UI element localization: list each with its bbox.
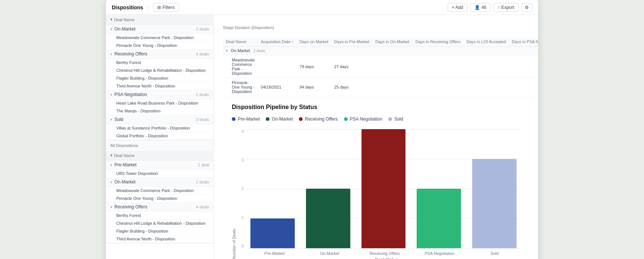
legend-item-pre-market: Pre-Market [232, 116, 260, 122]
list-item[interactable]: Global Portfolio - Disposition [106, 132, 214, 140]
y-axis-label: Number of Deals [232, 129, 236, 259]
bar-group-on-market [306, 189, 350, 248]
export-button[interactable]: ↑ Export [493, 3, 518, 12]
bar-pre-market[interactable] [250, 218, 295, 248]
y-tick-3: 3 [242, 158, 244, 162]
chevron-down-icon-2: ▾ [110, 153, 113, 158]
table-row[interactable]: Pinnacle One Young - Disposition 04/16/2… [223, 78, 538, 96]
chart-legend: Pre-Market On-Market Receiving Offers [232, 116, 520, 122]
list-item[interactable]: Pinnacle One Young - Disposition [106, 195, 214, 202]
group-header-row[interactable]: ▾ On-Market 2 deals [223, 47, 538, 55]
group-row-on-market-bottom[interactable]: ▾ On-Market 2 deals [106, 178, 214, 187]
user-count-button[interactable]: 👤 46 [470, 3, 490, 12]
bar-sold[interactable] [472, 159, 517, 248]
group-row-receiving-offers[interactable]: ▾ Receiving Offers 4 deals [106, 49, 214, 59]
list-item[interactable]: Chestnut Hill Lodge & Rehabilitation - D… [106, 220, 214, 227]
star-icon[interactable]: ☆ [146, 5, 150, 10]
table-row[interactable]: Meadowvale Commerce Park - Disposition 7… [223, 55, 538, 78]
group-row-sold[interactable]: ▾ Sold 3 deals [106, 115, 214, 124]
chevron-icon: ▾ [110, 180, 112, 184]
bar-on-market[interactable] [306, 189, 350, 248]
legend-dot-pre-market [232, 117, 236, 121]
app-container: Dispositions ☆ ⊞ Filters + Add 👤 46 ↑ Ex… [106, 0, 538, 259]
chevron-icon: ▾ [110, 205, 112, 209]
gear-icon: ⚙ [525, 5, 529, 10]
y-tick-4: 4 [242, 129, 244, 134]
list-item[interactable]: Flagler Building - Disposition [106, 74, 214, 82]
chart-body: 4 3 2 1 0 [239, 129, 520, 259]
chevron-icon: ▾ [110, 52, 112, 56]
filter-icon: ⊞ [157, 5, 161, 10]
x-label-sold: Sold [473, 251, 517, 256]
group-row-receiving-offers-bottom[interactable]: ▾ Receiving Offers 4 deals [106, 202, 214, 212]
legend-item-psa-negotiation: PSA Negotiation [344, 116, 382, 122]
cell-deal-name: Pinnacle One Young - Disposition [223, 78, 258, 96]
chevron-icon: ▾ [110, 118, 112, 122]
x-axis-title: Deal Status [239, 257, 520, 259]
list-item[interactable]: Meadowvale Commerce Park - Disposition [106, 34, 214, 42]
bar-group-receiving-offers [362, 129, 406, 248]
col-acquisition: Acquisition Date ↑ [258, 37, 297, 47]
list-item[interactable]: The Marqis - Disposition [106, 107, 214, 115]
cell-deal-name: Meadowvale Commerce Park - Disposition [223, 55, 258, 78]
top-section: ▾ Deal Name ▾ On-Market 2 deals Meadowva… [106, 15, 214, 140]
add-button[interactable]: + Add [448, 3, 467, 12]
bar-receiving-offers[interactable] [362, 129, 406, 248]
legend-dot-on-market [266, 117, 269, 121]
app-title: Dispositions [112, 4, 143, 10]
list-item[interactable]: Berthy Forest [106, 212, 214, 220]
chart-inner: 4 3 2 1 0 [239, 129, 520, 248]
x-label-receiving-offers: Receiving Offers [363, 251, 407, 256]
bar-psa-negotiation[interactable] [417, 189, 461, 248]
header-left: Dispositions ☆ ⊞ Filters [112, 3, 179, 12]
group-row-pre-market-bottom[interactable]: ▾ Pre-Market 1 deal [106, 160, 214, 170]
all-dispositions-label: All Dispositions [106, 140, 214, 151]
list-item[interactable]: Berthy Forest [106, 59, 214, 67]
settings-button[interactable]: ⚙ [521, 3, 532, 12]
chevron-down-icon: ▾ [110, 17, 113, 22]
y-axis-area: Number of Deals [232, 129, 236, 259]
list-item[interactable]: Third Avenue North - Disposition [106, 235, 214, 243]
list-item[interactable]: Heart Lake Road Business Park - Disposit… [106, 99, 214, 107]
list-item[interactable]: Chestnut Hill Lodge & Rehabilitation - D… [106, 67, 214, 74]
col-days-pre-market: Days in Pre-Market [331, 37, 372, 47]
list-item[interactable]: Villas at Sundance Portfolio - Dispositi… [106, 124, 214, 132]
data-table-area: Stage Duration (Disposition) Deal Name A… [214, 15, 538, 259]
chevron-icon: ▾ [110, 93, 112, 97]
legend-dot-receiving-offers [299, 117, 303, 121]
legend-dot-psa-negotiation [344, 117, 348, 121]
app-header: Dispositions ☆ ⊞ Filters + Add 👤 46 ↑ Ex… [106, 0, 538, 15]
user-icon: 👤 [474, 5, 480, 10]
bar-group-pre-market [250, 218, 295, 248]
col-days-receiving: Days in Receiving Offers [413, 37, 464, 47]
export-icon: ↑ [498, 5, 500, 10]
bar-group-sold [472, 159, 517, 248]
x-label-on-market: On-Market [308, 251, 352, 256]
y-tick-2: 2 [242, 186, 244, 191]
group-row-on-market[interactable]: ▾ On-Market 2 deals [106, 25, 214, 34]
x-axis-labels: Pre-Market On-Market Receiving Offers PS… [239, 248, 520, 256]
list-item[interactable]: UBS Tower Disposition [106, 170, 214, 178]
x-label-psa-negotiation: PSA Negotiation [418, 251, 462, 256]
col-deal-name: Deal Name [223, 37, 258, 47]
list-item[interactable]: Flagler Building - Disposition [106, 227, 214, 235]
list-item[interactable]: Meadowvale Commerce Park - Disposition [106, 187, 214, 195]
bottom-section: All Dispositions ▾ Deal Name ▾ Pre-Marke… [106, 140, 214, 243]
col-days-loi: Days in LOI Accepted [464, 37, 509, 47]
list-item[interactable]: Pinnacle One Young - Disposition [106, 42, 214, 49]
list-item[interactable]: Third Avenue North - Disposition [106, 82, 214, 90]
y-tick-0: 0 [242, 244, 244, 248]
stage-duration-table: Deal Name Acquisition Date ↑ Days on Mar… [223, 37, 538, 96]
col-days-on-market: Days on Market [297, 37, 331, 47]
legend-item-on-market: On-Market [266, 116, 293, 122]
header-right: + Add 👤 46 ↑ Export ⚙ [448, 3, 532, 12]
bars-container [247, 129, 520, 248]
chart-section: Disposition Pipeline by Status Pre-Marke… [223, 104, 529, 259]
group-row-psa-negotiation[interactable]: ▾ PSA Negotiation 2 deals [106, 90, 214, 99]
chevron-icon: ▾ [110, 27, 112, 31]
legend-dot-sold [388, 117, 392, 121]
filters-button[interactable]: ⊞ Filters [153, 3, 179, 12]
left-panel: ▾ Deal Name ▾ On-Market 2 deals Meadowva… [106, 15, 214, 259]
chart-wrapper: Number of Deals 4 3 2 1 0 [232, 129, 520, 259]
y-tick-1: 1 [242, 215, 244, 220]
